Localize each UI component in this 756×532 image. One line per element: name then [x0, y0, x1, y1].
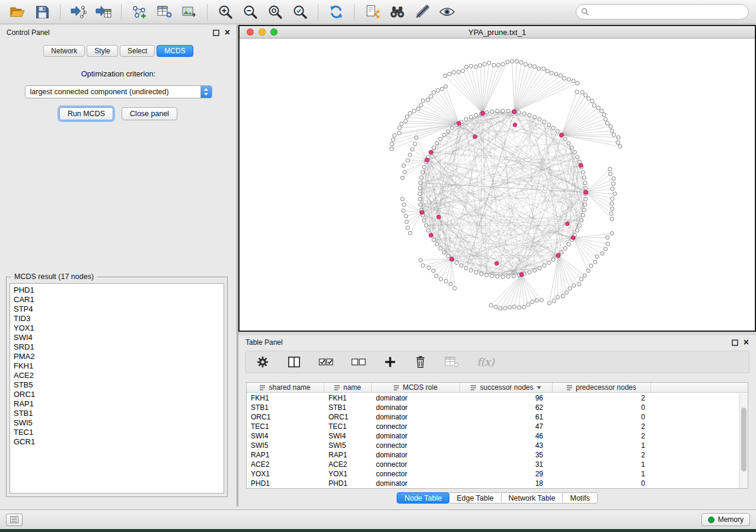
table-cell: connector: [372, 470, 460, 478]
column-header-shared-name[interactable]: shared name: [247, 383, 324, 392]
table-row[interactable]: STB1STB1dominator620: [247, 403, 739, 412]
zoom-in-button[interactable]: [215, 2, 236, 21]
mcds-result-item[interactable]: CAR1: [10, 295, 224, 305]
table-row[interactable]: PHD1PHD1dominator180: [247, 479, 739, 488]
show-all-button[interactable]: [436, 2, 458, 21]
table-row[interactable]: TEC1TEC1connector472: [247, 422, 739, 431]
mcds-result-item[interactable]: YOX1: [10, 323, 224, 333]
delete-column-button[interactable]: [413, 352, 428, 371]
mcds-result-item[interactable]: TID3: [10, 314, 224, 323]
tab-network-table[interactable]: Network Table: [502, 492, 563, 504]
tab-mcds[interactable]: MCDS: [157, 45, 193, 57]
table-row[interactable]: ACE2ACE2connector311: [247, 460, 739, 469]
save-session-button[interactable]: [31, 2, 53, 21]
run-mcds-button[interactable]: Run MCDS: [59, 107, 113, 120]
import-table-button[interactable]: [92, 2, 114, 21]
table-scrollbar[interactable]: [739, 393, 748, 488]
zoom-out-button[interactable]: [240, 2, 261, 21]
maximize-traffic-light[interactable]: [270, 28, 277, 36]
mcds-result-item[interactable]: FKH1: [10, 361, 224, 371]
node-table: shared name name MCDS role: [246, 382, 748, 489]
criterion-dropdown[interactable]: largest connected component (undirected): [25, 85, 212, 98]
mcds-result-item[interactable]: TEC1: [10, 428, 224, 437]
zoom-fit-icon: [267, 4, 283, 20]
table-cell: 46: [460, 432, 553, 440]
column-header-successor-nodes[interactable]: successor nodes: [460, 383, 553, 392]
add-column-button[interactable]: [382, 352, 398, 371]
table-row[interactable]: YOX1YOX1connector291: [247, 469, 739, 479]
status-menu-button[interactable]: [6, 514, 23, 526]
table-settings-button[interactable]: [254, 352, 271, 371]
float-icon[interactable]: [732, 339, 738, 346]
toolbar-separator: [354, 4, 355, 20]
memory-button[interactable]: Memory: [701, 513, 750, 526]
mcds-result-item[interactable]: RAP1: [10, 399, 224, 409]
close-icon[interactable]: ×: [744, 339, 749, 346]
hide-selected-button[interactable]: [412, 2, 433, 21]
tab-select[interactable]: Select: [120, 45, 155, 57]
tab-style[interactable]: Style: [87, 45, 118, 57]
column-label: successor nodes: [480, 383, 533, 392]
table-cell: STB1: [324, 403, 372, 412]
new-network-button[interactable]: [129, 2, 150, 21]
table-row[interactable]: ORC1ORC1dominator610: [247, 412, 739, 422]
tab-motifs[interactable]: Motifs: [563, 492, 597, 504]
mcds-result-item[interactable]: SWI5: [10, 418, 224, 428]
function-builder-button[interactable]: f(x): [476, 352, 496, 371]
scrollbar-thumb[interactable]: [741, 408, 747, 472]
close-traffic-light[interactable]: [247, 28, 254, 36]
table-cell: dominator: [372, 479, 460, 488]
mcds-result-list[interactable]: PHD1CAR1STP4TID3YOX1SWI4SRD1PMA2FKH1ACE2…: [9, 283, 224, 493]
export-image-button[interactable]: [178, 2, 200, 21]
zoom-fit-button[interactable]: [264, 2, 286, 21]
memory-label: Memory: [718, 515, 744, 524]
tab-network[interactable]: Network: [43, 45, 85, 57]
mcds-result-item[interactable]: SRD1: [10, 342, 224, 352]
tab-node-table[interactable]: Node Table: [397, 492, 449, 504]
new-network-icon: [132, 5, 147, 19]
mcds-result-item[interactable]: ACE2: [10, 371, 224, 380]
close-panel-button[interactable]: Close panel: [122, 107, 177, 120]
column-type-icon: [260, 385, 266, 390]
column-header-predecessor-nodes[interactable]: predecessor nodes: [553, 383, 651, 392]
mcds-result-item[interactable]: STB5: [10, 380, 224, 390]
deselect-all-button[interactable]: [350, 352, 368, 371]
mcds-result-item[interactable]: SWI4: [10, 333, 224, 342]
mcds-result-item[interactable]: PHD1: [10, 286, 224, 295]
mcds-result-title: MCDS result (17 nodes): [11, 273, 97, 281]
tab-edge-table[interactable]: Edge Table: [449, 492, 501, 504]
search-input[interactable]: [576, 4, 749, 20]
minimize-traffic-light[interactable]: [259, 28, 266, 36]
split-columns-button[interactable]: [286, 352, 302, 371]
float-icon[interactable]: [213, 30, 219, 36]
column-header-mcds-role[interactable]: MCDS role: [372, 383, 460, 392]
select-all-button[interactable]: [317, 352, 335, 371]
network-canvas[interactable]: [240, 39, 755, 331]
mcds-result-item[interactable]: PMA2: [10, 352, 224, 361]
zoom-selected-button[interactable]: [289, 2, 311, 21]
table-row[interactable]: SWI5SWI5connector431: [247, 441, 739, 450]
table-row[interactable]: RAP1RAP1dominator352: [247, 450, 739, 460]
column-label: shared name: [269, 383, 310, 392]
share-document-button[interactable]: [362, 2, 383, 21]
new-table-button[interactable]: [154, 2, 175, 21]
open-session-button[interactable]: [7, 2, 28, 21]
toolbar-separator: [318, 4, 318, 20]
table-cell: ORC1: [324, 413, 372, 421]
network-graph[interactable]: [240, 39, 755, 331]
table-cell: TEC1: [247, 422, 324, 431]
mcds-result-item[interactable]: GCR1: [10, 437, 224, 447]
table-cell: 0: [553, 403, 651, 412]
apply-layout-button[interactable]: [326, 2, 347, 21]
import-network-button[interactable]: [68, 2, 89, 21]
first-neighbors-button[interactable]: [387, 2, 408, 21]
table-row[interactable]: SWI4SWI4dominator462: [247, 431, 739, 441]
column-header-name[interactable]: name: [324, 383, 372, 392]
delete-table-button[interactable]: [443, 352, 461, 371]
table-cell: YOX1: [324, 470, 372, 478]
mcds-result-item[interactable]: STP4: [10, 305, 224, 314]
close-icon[interactable]: ×: [225, 29, 230, 36]
table-row[interactable]: FKH1FKH1dominator962: [247, 393, 739, 403]
mcds-result-item[interactable]: ORC1: [10, 390, 224, 399]
mcds-result-item[interactable]: STB1: [10, 409, 224, 418]
